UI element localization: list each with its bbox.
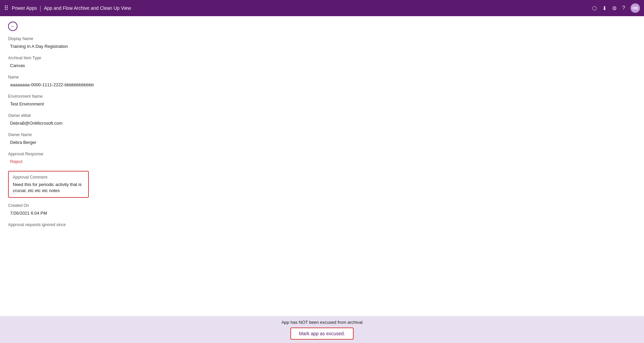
mark-app-as-excused-button[interactable]: Mark app as excused. <box>290 328 354 340</box>
approval-requests-ignored-since-field: Approval requests ignored since <box>8 222 636 231</box>
back-button[interactable]: ← <box>8 22 17 31</box>
settings-icon[interactable]: ⚙ <box>612 5 617 11</box>
excusal-status-text: App has NOT been excused from archival <box>281 320 362 325</box>
owner-name-label: Owner Name <box>8 132 636 137</box>
archival-item-type-value: Canvas <box>8 62 636 69</box>
environment-name-field: Environment Name Test Environment <box>8 94 636 108</box>
download-icon[interactable]: ⬇ <box>602 5 607 11</box>
nav-separator: | <box>40 5 41 12</box>
display-name-label: Display Name <box>8 36 636 41</box>
page-title: App and Flow Archive and Clean Up View <box>44 5 131 11</box>
waffle-icon[interactable]: ⠿ <box>4 4 8 12</box>
owner-email-label: Owner eMail <box>8 113 636 118</box>
display-name-field: Display Name Training In A Day Registrat… <box>8 36 636 50</box>
archival-item-type-label: Archival Item Type <box>8 56 636 60</box>
help-icon[interactable]: ? <box>622 5 625 11</box>
avatar[interactable]: DB <box>631 3 640 13</box>
main-content: ← Display Name Training In A Day Registr… <box>0 16 644 343</box>
name-value: aaaaaaaa-0000-1111-2222-bbbbbbbbbbbb <box>8 81 636 89</box>
display-name-value: Training In A Day Registration <box>8 42 636 50</box>
approval-response-label: Approval Response <box>8 152 636 156</box>
app-name: Power Apps <box>12 5 37 11</box>
approval-requests-ignored-since-label: Approval requests ignored since <box>8 222 636 227</box>
environment-name-value: Test Environment <box>8 100 636 108</box>
approval-response-field: Approval Response Reject <box>8 152 636 165</box>
nav-action-icons: ⬡ ⬇ ⚙ ? DB <box>592 3 640 13</box>
owner-email-value: DebraB@OnMicrosoft.com <box>8 119 636 127</box>
approval-response-value: Reject <box>8 158 636 165</box>
share-icon[interactable]: ⬡ <box>592 5 597 11</box>
approval-comment-text: Need this for periodic activity that is … <box>13 182 84 194</box>
approval-comment-label: Approval Comment <box>13 175 84 180</box>
approval-comment-box: Approval Comment Need this for periodic … <box>8 171 89 198</box>
name-label: Name <box>8 75 636 80</box>
bottom-action-bar: App has NOT been excused from archival M… <box>0 316 644 343</box>
created-on-field: Created On 7/26/2021 6:04 PM <box>8 203 636 217</box>
owner-name-field: Owner Name Debra Berger <box>8 132 636 146</box>
name-field: Name aaaaaaaa-0000-1111-2222-bbbbbbbbbbb… <box>8 75 636 89</box>
owner-name-value: Debra Berger <box>8 138 636 146</box>
approval-requests-ignored-since-value <box>8 228 636 231</box>
environment-name-label: Environment Name <box>8 94 636 99</box>
top-navbar: ⠿ Power Apps | App and Flow Archive and … <box>0 0 644 16</box>
created-on-value: 7/26/2021 6:04 PM <box>8 209 636 217</box>
created-on-label: Created On <box>8 203 636 208</box>
archival-item-type-field: Archival Item Type Canvas <box>8 56 636 69</box>
owner-email-field: Owner eMail DebraB@OnMicrosoft.com <box>8 113 636 127</box>
